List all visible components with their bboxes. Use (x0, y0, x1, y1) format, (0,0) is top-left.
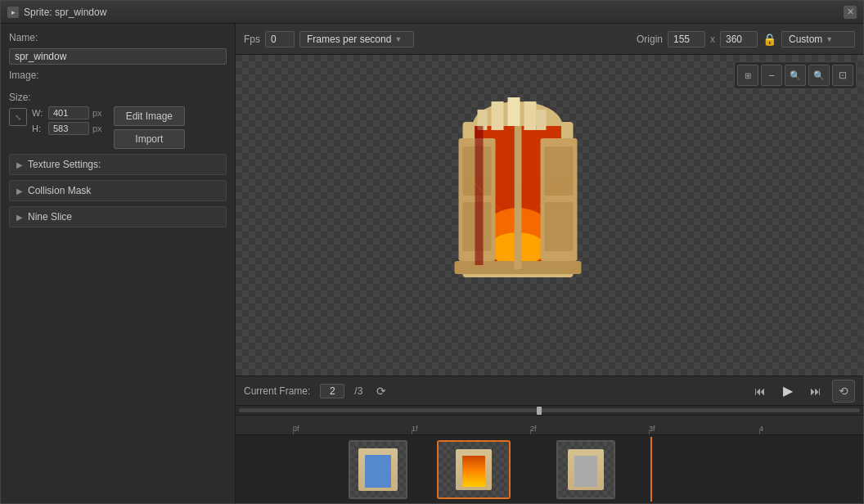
name-label: Name: (9, 32, 40, 43)
main-content: Name: Image: Size: ⤡ W: px (1, 24, 863, 503)
height-input[interactable] (48, 122, 89, 135)
origin-label: Origin (637, 34, 663, 45)
image-label: Image: (9, 70, 227, 81)
frame-thumb-2[interactable] (556, 440, 615, 499)
svg-rect-14 (515, 126, 522, 269)
nine-slice-label: Nine Slice (28, 211, 72, 223)
timeline: 0f 1f 2f 3f 4 (236, 405, 863, 503)
collision-mask-collapsible[interactable]: ▶ Collision Mask (9, 180, 227, 201)
zoom-grid-button[interactable]: ⊞ (737, 65, 758, 86)
width-input[interactable] (48, 106, 89, 119)
ruler-tick-0 (293, 430, 294, 434)
name-value-row (9, 48, 227, 65)
ruler-tick-2 (530, 430, 531, 434)
canvas-area: ⊞ − 🔍 🔍 ⊡ (236, 55, 863, 376)
size-block: Size: ⤡ W: px H: px (9, 92, 227, 149)
bottom-controls: Current Frame: /3 ⟳ ⏮ ▶ ⏭ ⟲ (236, 376, 863, 405)
ruler-mark-0: 0f (293, 425, 299, 433)
svg-rect-11 (545, 146, 574, 196)
lock-icon[interactable]: 🔒 (763, 33, 776, 46)
origin-x-input[interactable] (668, 31, 705, 47)
frame-number-input[interactable] (320, 384, 344, 398)
width-px: px (92, 108, 102, 118)
frame-thumb-inner-2 (558, 442, 614, 497)
sprite-window-blue-icon (358, 448, 398, 491)
timeline-frames (236, 435, 863, 503)
toolbar: Fps Frames per second ▼ Origin x 🔒 Cus (236, 24, 863, 55)
origin-y-input[interactable] (720, 31, 758, 47)
zoom-out-button[interactable]: 🔍 (785, 65, 806, 86)
custom-dropdown-arrow: ▼ (826, 35, 833, 43)
collision-mask-arrow: ▶ (16, 187, 23, 196)
scrubber-handle[interactable] (537, 407, 542, 415)
sprite-preview (447, 97, 590, 294)
fit-button[interactable]: ⊡ (832, 65, 853, 86)
zoom-in-button[interactable]: 🔍 (808, 65, 830, 86)
right-panel: Fps Frames per second ▼ Origin x 🔒 Cus (236, 24, 863, 503)
frame-thumb-inner-0 (350, 442, 406, 497)
fps-input[interactable] (265, 31, 295, 47)
resize-icon: ⤡ (9, 108, 27, 126)
svg-rect-15 (492, 101, 504, 130)
height-label: H: (32, 124, 45, 133)
fps-label: Fps (244, 34, 260, 45)
fps-dropdown-label: Frames per second (307, 34, 391, 45)
svg-rect-16 (508, 97, 520, 126)
left-panel: Name: Image: Size: ⤡ W: px (1, 24, 236, 503)
first-frame-button[interactable]: ⏮ (750, 381, 770, 401)
ruler-tick-1 (412, 430, 412, 434)
loop-circle-button[interactable]: ⟳ (372, 382, 390, 400)
zoom-out-small-button[interactable]: − (761, 65, 782, 86)
titlebar-icon: ▸ (7, 7, 19, 18)
texture-settings-label: Texture Settings: (28, 159, 101, 170)
loop-toggle-button[interactable]: ⟲ (832, 380, 855, 403)
size-fields: W: px H: px (32, 106, 102, 135)
height-row: H: px (32, 122, 102, 135)
fps-dropdown[interactable]: Frames per second ▼ (299, 31, 414, 47)
frame-thumb-0[interactable] (349, 440, 407, 499)
timeline-ruler: 0f 1f 2f 3f 4 (236, 416, 863, 435)
close-button[interactable]: ✕ (844, 6, 857, 19)
name-row: Name: (9, 32, 227, 43)
frame-thumb-1[interactable] (437, 440, 511, 499)
frame-thumb-inner-1 (439, 442, 509, 497)
import-button[interactable]: Import (114, 129, 185, 149)
timeline-scrubber[interactable] (236, 406, 863, 416)
width-row: W: px (32, 106, 102, 119)
ruler-mark-1: 1f (412, 425, 418, 433)
playback-controls: ⏮ ▶ ⏭ ⟲ (750, 380, 855, 403)
svg-rect-17 (524, 101, 537, 130)
svg-rect-12 (545, 202, 574, 251)
custom-dropdown[interactable]: Custom ▼ (781, 31, 855, 47)
sprite-window-fire-icon (456, 449, 492, 490)
origin-group: Origin x 🔒 Custom ▼ (637, 31, 855, 47)
collision-mask-label: Collision Mask (28, 185, 91, 196)
current-frame-label: Current Frame: (244, 385, 310, 397)
main-window: ▸ Sprite: spr_window ✕ Name: Image: Size… (0, 0, 864, 504)
origin-separator: x (710, 34, 715, 45)
play-button[interactable]: ▶ (776, 380, 799, 403)
height-px: px (92, 124, 102, 133)
ruler-mark-3: 3f (649, 425, 655, 433)
sprite-window-gray-icon (568, 449, 604, 490)
ruler-mark-2: 2f (530, 425, 537, 433)
nine-slice-collapsible[interactable]: ▶ Nine Slice (9, 206, 227, 227)
last-frame-button[interactable]: ⏭ (806, 381, 826, 401)
nine-slice-arrow: ▶ (16, 213, 23, 222)
custom-label: Custom (789, 34, 822, 45)
size-inner: ⤡ W: px H: px Edi (9, 106, 227, 149)
name-input[interactable] (9, 48, 227, 65)
frame-indicator (650, 437, 652, 502)
edit-image-button[interactable]: Edit Image (114, 106, 185, 126)
canvas-toolbar: ⊞ − 🔍 🔍 ⊡ (734, 61, 857, 89)
ruler-tick-3 (649, 430, 650, 434)
svg-rect-20 (475, 126, 484, 265)
ruler-tick-4 (759, 430, 760, 434)
titlebar-title: Sprite: spr_window (24, 7, 844, 18)
texture-settings-arrow: ▶ (16, 160, 23, 169)
sprite-svg (447, 97, 590, 294)
svg-rect-18 (537, 110, 547, 130)
image-buttons: Edit Image Import (114, 106, 185, 149)
texture-settings-collapsible[interactable]: ▶ Texture Settings: (9, 154, 227, 175)
fps-group: Fps Frames per second ▼ (244, 31, 414, 47)
